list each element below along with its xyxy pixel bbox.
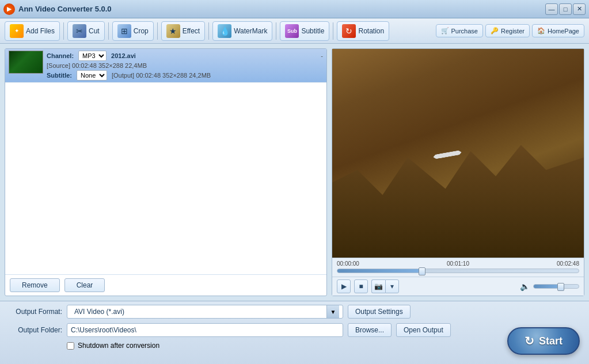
volume-thumb xyxy=(557,283,564,291)
shutdown-checkbox[interactable] xyxy=(67,342,74,350)
combo-arrow: ▼ xyxy=(326,305,339,318)
file-info-row-2: [Source] 00:02:48 352×288 22,4MB xyxy=(47,62,323,69)
file-info-row-1: Channel: MP3 2012.avi - xyxy=(47,51,323,61)
channel-select[interactable]: MP3 xyxy=(78,51,107,61)
browse-button[interactable]: Browse... xyxy=(348,323,392,337)
timeline-thumb xyxy=(419,267,425,275)
file-list[interactable]: Channel: MP3 2012.avi - [Source] 00:02:4… xyxy=(5,49,326,274)
toolbar: ✦ Add Files ✂ Cut ⊞ Crop ★ Effect 💧 Wate… xyxy=(0,18,589,44)
cut-button[interactable]: ✂ Cut xyxy=(67,21,105,41)
homepage-icon: 🏠 xyxy=(537,27,545,35)
purchase-button[interactable]: 🛒 Purchase xyxy=(436,24,483,37)
subtitle-label: Subtitle: xyxy=(47,72,72,79)
video-preview xyxy=(332,49,584,258)
register-icon: 🔑 xyxy=(491,27,499,35)
timeline-progress xyxy=(337,269,422,273)
file-panel: Channel: MP3 2012.avi - [Source] 00:02:4… xyxy=(5,48,327,296)
file-status: - xyxy=(321,52,323,59)
volume-icon: 🔈 xyxy=(520,282,530,291)
toolbar-sep-5 xyxy=(276,22,276,40)
remove-button[interactable]: Remove xyxy=(10,278,60,292)
rotation-icon: ↻ xyxy=(342,24,356,38)
video-panel: 00:00:00 00:01:10 00:02:48 ▶ ■ 📷 ▾ 🔈 xyxy=(332,48,584,296)
thumbnail-image xyxy=(9,51,43,73)
homepage-button[interactable]: 🏠 HomePage xyxy=(532,24,584,37)
main-content: Channel: MP3 2012.avi - [Source] 00:02:4… xyxy=(0,44,589,301)
video-frame xyxy=(332,49,584,258)
maximize-button[interactable]: □ xyxy=(559,3,572,15)
video-controls: ▶ ■ 📷 ▾ 🔈 xyxy=(332,277,584,296)
toolbar-sep-4 xyxy=(208,22,209,40)
time-middle: 00:01:10 xyxy=(447,260,469,267)
subtitle-icon: Sub xyxy=(285,24,299,38)
file-actions: Remove Clear xyxy=(5,274,326,296)
rotation-button[interactable]: ↻ Rotation xyxy=(337,21,389,41)
effect-button[interactable]: ★ Effect xyxy=(161,21,205,41)
minimize-button[interactable]: — xyxy=(545,3,558,15)
file-name: 2012.avi xyxy=(111,52,136,59)
add-files-button[interactable]: ✦ Add Files xyxy=(5,21,60,41)
add-files-icon: ✦ xyxy=(10,24,24,38)
stop-button[interactable]: ■ xyxy=(354,279,368,293)
start-icon: ↻ xyxy=(525,334,534,348)
plane-element xyxy=(433,152,473,164)
clear-button[interactable]: Clear xyxy=(64,278,105,292)
volume-bar[interactable] xyxy=(533,284,579,289)
subtitle-select[interactable]: None xyxy=(77,70,107,81)
register-button[interactable]: 🔑 Register xyxy=(485,24,530,37)
output-folder-input[interactable] xyxy=(67,323,343,337)
channel-label: Channel: xyxy=(47,52,74,59)
time-total: 00:02:48 xyxy=(557,260,579,267)
camera-button[interactable]: 📷 xyxy=(371,279,385,293)
file-source: [Source] 00:02:48 352×288 22,4MB xyxy=(47,62,147,69)
output-folder-row: Output Folder: Browse... Open Output xyxy=(5,323,584,337)
camera-dropdown[interactable]: ▾ xyxy=(385,279,399,293)
table-row[interactable]: Channel: MP3 2012.avi - [Source] 00:02:4… xyxy=(5,49,326,83)
bottom-section: Output Format: AVI Video (*.avi) ▼ Outpu… xyxy=(0,301,589,364)
file-output: [Output] 00:02:48 352×288 24,2MB xyxy=(112,72,211,79)
purchase-icon: 🛒 xyxy=(441,27,449,35)
timeline-bar[interactable] xyxy=(337,269,579,273)
watermark-button[interactable]: 💧 WaterMark xyxy=(212,21,272,41)
output-format-combo[interactable]: AVI Video (*.avi) ▼ xyxy=(67,305,343,319)
start-button[interactable]: ↻ Start xyxy=(507,327,580,355)
file-info: Channel: MP3 2012.avi - [Source] 00:02:4… xyxy=(47,51,323,81)
toolbar-sep-2 xyxy=(108,22,109,40)
video-timeline: 00:00:00 00:01:10 00:02:48 xyxy=(332,258,584,277)
toolbar-sep-6 xyxy=(333,22,333,40)
shutdown-label: Shutdown after conversion xyxy=(78,342,159,350)
app-icon: ▶ xyxy=(3,3,15,15)
effect-icon: ★ xyxy=(166,24,180,38)
toolbar-right: 🛒 Purchase 🔑 Register 🏠 HomePage xyxy=(436,24,585,37)
output-format-value: AVI Video (*.avi) xyxy=(71,306,326,317)
output-format-row: Output Format: AVI Video (*.avi) ▼ Outpu… xyxy=(5,305,584,319)
titlebar-left: ▶ Ann Video Converter 5.0.0 xyxy=(3,3,112,15)
open-output-button[interactable]: Open Output xyxy=(396,323,451,337)
crop-button[interactable]: ⊞ Crop xyxy=(112,21,154,41)
volume-fill xyxy=(534,285,561,288)
time-current: 00:00:00 xyxy=(337,260,359,267)
plane-body xyxy=(432,150,462,159)
cut-icon: ✂ xyxy=(73,24,86,38)
close-button[interactable]: ✕ xyxy=(573,3,586,15)
file-info-row-3: Subtitle: None [Output] 00:02:48 352×288… xyxy=(47,70,323,81)
camera-controls: 📷 ▾ xyxy=(371,279,399,293)
play-button[interactable]: ▶ xyxy=(337,279,351,293)
titlebar: ▶ Ann Video Converter 5.0.0 — □ ✕ xyxy=(0,0,589,18)
time-row: 00:00:00 00:01:10 00:02:48 xyxy=(337,260,579,267)
start-button-container: ↻ Start xyxy=(507,327,580,355)
watermark-icon: 💧 xyxy=(218,24,231,38)
toolbar-sep-3 xyxy=(157,22,158,40)
output-format-label: Output Format: xyxy=(5,308,62,316)
crop-icon: ⊞ xyxy=(117,24,131,38)
toolbar-sep-1 xyxy=(63,22,64,40)
output-settings-button[interactable]: Output Settings xyxy=(348,305,411,319)
output-folder-label: Output Folder: xyxy=(5,326,62,334)
subtitle-button[interactable]: Sub Subtitle xyxy=(280,21,329,41)
titlebar-controls: — □ ✕ xyxy=(545,3,586,15)
window-title: Ann Video Converter 5.0.0 xyxy=(18,5,112,13)
start-label: Start xyxy=(539,335,563,347)
file-thumbnail xyxy=(9,51,43,74)
